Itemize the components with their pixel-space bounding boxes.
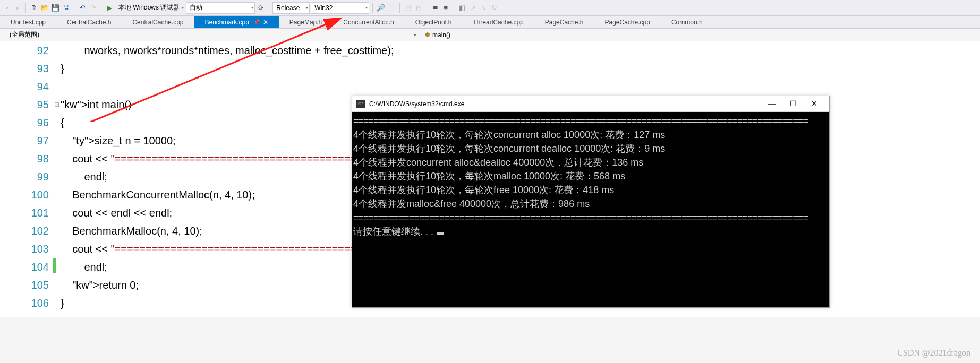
watermark: CSDN @2021dragon bbox=[897, 348, 970, 358]
tab-pagecache-h[interactable]: PageCache.h bbox=[534, 16, 594, 28]
tab-label: PageMap.h bbox=[289, 19, 322, 26]
tab-concurrentalloc[interactable]: ConcurrentAlloc.h bbox=[333, 16, 404, 28]
find-icon[interactable]: 🔎 bbox=[376, 3, 386, 13]
bookmark-icon[interactable]: ◧ bbox=[457, 3, 467, 13]
undo-icon[interactable]: ↶ bbox=[78, 3, 87, 13]
tab-label: UnitTest.cpp bbox=[11, 19, 46, 26]
separator bbox=[269, 3, 269, 13]
scope-right-dropdown[interactable]: ⬢ main() bbox=[420, 31, 450, 39]
change-marker bbox=[53, 258, 56, 273]
function-icon: ⬢ bbox=[425, 31, 430, 38]
bookmark-prev-icon[interactable]: ↘ bbox=[479, 3, 488, 13]
config-dropdown[interactable]: Release ▾ bbox=[272, 2, 310, 14]
platform-dropdown[interactable]: Win32 ▾ bbox=[311, 2, 369, 14]
auto-label: 自动 bbox=[190, 3, 249, 12]
separator bbox=[25, 3, 26, 13]
separator bbox=[74, 3, 74, 13]
tab-objectpool[interactable]: ObjectPool.h bbox=[405, 16, 463, 28]
chevron-down-icon: ▾ bbox=[306, 5, 308, 10]
tab-label: PageCache.cpp bbox=[604, 19, 650, 26]
pin-icon[interactable]: 📌 bbox=[253, 19, 260, 25]
cmd-output: ========================================… bbox=[352, 112, 829, 307]
separator bbox=[427, 3, 427, 13]
debugger-label: 本地 Windows 调试器 bbox=[118, 3, 180, 12]
tab-label: ObjectPool.h bbox=[415, 19, 452, 26]
open-file-icon[interactable]: 📂 bbox=[40, 3, 49, 13]
minimize-button[interactable]: — bbox=[761, 100, 782, 108]
maximize-button[interactable]: ☐ bbox=[782, 99, 804, 108]
config-label: Release bbox=[276, 4, 304, 12]
outdent-icon[interactable]: ≡ bbox=[441, 3, 450, 13]
scope-left-label: (全局范围) bbox=[10, 30, 39, 39]
tab-label: CentralCache.h bbox=[67, 19, 111, 26]
tab-threadcache[interactable]: ThreadCache.cpp bbox=[462, 16, 534, 28]
tab-unittest[interactable]: UnitTest.cpp bbox=[0, 16, 56, 28]
tab-label: Benchmark.cpp bbox=[204, 19, 249, 26]
refresh-icon[interactable]: ⟳ bbox=[256, 3, 266, 13]
chevron-down-icon: ▾ bbox=[182, 5, 184, 10]
debugger-dropdown[interactable]: 本地 Windows 调试器 ▾ bbox=[115, 2, 185, 14]
tab-label: PageCache.h bbox=[545, 19, 584, 26]
comment-icon[interactable]: ⊟ bbox=[403, 3, 413, 13]
fold-column: ⊟ bbox=[53, 41, 61, 317]
nav-fwd-icon[interactable]: ▸ bbox=[13, 3, 22, 13]
scope-bar: (全局范围) ▾ ⬢ main() bbox=[0, 29, 980, 41]
tab-label: ThreadCache.cpp bbox=[473, 19, 523, 26]
separator bbox=[101, 3, 101, 13]
auto-dropdown[interactable]: 自动 ▾ bbox=[186, 2, 255, 14]
start-debug-icon[interactable]: ▶ bbox=[105, 3, 114, 13]
uncomment-icon[interactable]: ⊞ bbox=[414, 3, 423, 13]
tab-label: ConcurrentAlloc.h bbox=[343, 19, 394, 26]
close-button[interactable]: ✕ bbox=[804, 99, 825, 108]
tab-centralcache-h[interactable]: CentralCache.h bbox=[56, 16, 122, 28]
separator bbox=[372, 3, 373, 13]
step-icon[interactable]: ⬚ bbox=[387, 3, 396, 13]
file-tabs: UnitTest.cpp CentralCache.h CentralCache… bbox=[0, 16, 980, 29]
tab-pagemap[interactable]: PageMap.h bbox=[279, 16, 333, 28]
tab-pagecache-cpp[interactable]: PageCache.cpp bbox=[594, 16, 660, 28]
separator bbox=[454, 3, 454, 13]
bookmark-clear-icon[interactable]: ↻ bbox=[489, 3, 499, 13]
tab-label: Common.h bbox=[671, 19, 703, 26]
chevron-down-icon: ▾ bbox=[365, 5, 368, 10]
nav-back-icon[interactable]: ◦ bbox=[2, 3, 12, 13]
bookmark-next-icon[interactable]: ↗ bbox=[468, 3, 478, 13]
tab-common[interactable]: Common.h bbox=[661, 16, 713, 28]
separator bbox=[399, 3, 400, 13]
save-icon[interactable]: 💾 bbox=[50, 3, 60, 13]
scope-left-dropdown[interactable]: (全局范围) ▾ bbox=[0, 30, 420, 39]
cmd-titlebar[interactable]: C:\ C:\WINDOWS\system32\cmd.exe — ☐ ✕ bbox=[352, 96, 829, 112]
scope-right-label: main() bbox=[432, 31, 450, 39]
main-toolbar: ◦ ▸ 🗎 📂 💾 🖫 ↶ ↷ ▶ 本地 Windows 调试器 ▾ 自动 ▾ … bbox=[0, 0, 980, 16]
cmd-icon: C:\ bbox=[356, 100, 365, 108]
close-icon[interactable]: ✕ bbox=[263, 19, 268, 26]
line-gutter: 9293949596979899100101102103104105106 bbox=[0, 41, 53, 317]
save-all-icon[interactable]: 🖫 bbox=[61, 3, 71, 13]
indent-icon[interactable]: ≣ bbox=[430, 3, 440, 13]
cmd-window: C:\ C:\WINDOWS\system32\cmd.exe — ☐ ✕ ==… bbox=[352, 96, 830, 308]
cmd-title-text: C:\WINDOWS\system32\cmd.exe bbox=[369, 100, 761, 108]
tab-label: CentralCache.cpp bbox=[132, 19, 183, 26]
tab-benchmark[interactable]: Benchmark.cpp 📌 ✕ bbox=[194, 16, 278, 28]
new-file-icon[interactable]: 🗎 bbox=[29, 3, 39, 13]
redo-icon[interactable]: ↷ bbox=[88, 3, 98, 13]
chevron-down-icon: ▾ bbox=[251, 5, 253, 10]
chevron-down-icon: ▾ bbox=[414, 32, 420, 38]
platform-label: Win32 bbox=[314, 4, 363, 12]
tab-centralcache-cpp[interactable]: CentralCache.cpp bbox=[122, 16, 194, 28]
